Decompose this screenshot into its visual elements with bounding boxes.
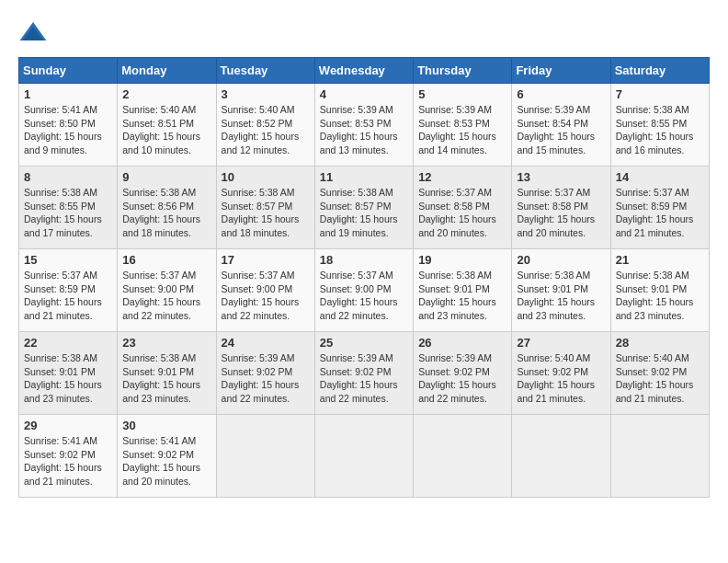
day-cell [314, 415, 413, 498]
day-info: Sunrise: 5:39 AM Sunset: 8:53 PM Dayligh… [320, 103, 408, 157]
day-number: 5 [418, 87, 506, 101]
day-info: Sunrise: 5:39 AM Sunset: 9:02 PM Dayligh… [320, 351, 408, 406]
day-info: Sunrise: 5:38 AM Sunset: 9:01 PM Dayligh… [616, 269, 704, 323]
calendar-table: SundayMondayTuesdayWednesdayThursdayFrid… [18, 57, 710, 498]
day-cell: 21 Sunrise: 5:38 AM Sunset: 9:01 PM Dayl… [610, 249, 709, 332]
day-info: Sunrise: 5:38 AM Sunset: 9:01 PM Dayligh… [517, 269, 605, 323]
day-cell: 16 Sunrise: 5:37 AM Sunset: 9:00 PM Dayl… [118, 249, 216, 332]
day-cell: 28 Sunrise: 5:40 AM Sunset: 9:02 PM Dayl… [610, 332, 709, 415]
day-cell: 30 Sunrise: 5:41 AM Sunset: 9:02 PM Dayl… [118, 415, 216, 498]
day-cell: 12 Sunrise: 5:37 AM Sunset: 8:58 PM Dayl… [414, 167, 512, 249]
day-info: Sunrise: 5:38 AM Sunset: 8:55 PM Dayligh… [616, 103, 704, 157]
day-cell: 17 Sunrise: 5:37 AM Sunset: 9:00 PM Dayl… [216, 249, 314, 332]
header-sunday: Sunday [19, 58, 118, 84]
logo [18, 18, 51, 48]
day-info: Sunrise: 5:40 AM Sunset: 8:52 PM Dayligh… [222, 103, 310, 157]
header-tuesday: Tuesday [216, 58, 314, 84]
week-row-5: 29 Sunrise: 5:41 AM Sunset: 9:02 PM Dayl… [19, 415, 710, 498]
day-cell: 14 Sunrise: 5:37 AM Sunset: 8:59 PM Dayl… [610, 167, 709, 249]
week-row-2: 8 Sunrise: 5:38 AM Sunset: 8:55 PM Dayli… [19, 167, 710, 249]
day-cell [610, 415, 709, 498]
day-info: Sunrise: 5:38 AM Sunset: 8:56 PM Dayligh… [122, 186, 210, 240]
day-number: 17 [222, 253, 310, 267]
day-number: 6 [517, 87, 605, 101]
day-number: 14 [616, 170, 704, 184]
header [18, 18, 710, 48]
day-cell: 8 Sunrise: 5:38 AM Sunset: 8:55 PM Dayli… [19, 167, 118, 249]
day-cell [414, 415, 512, 498]
day-info: Sunrise: 5:37 AM Sunset: 9:00 PM Dayligh… [320, 269, 408, 323]
day-info: Sunrise: 5:37 AM Sunset: 8:58 PM Dayligh… [418, 186, 506, 240]
day-cell: 2 Sunrise: 5:40 AM Sunset: 8:51 PM Dayli… [118, 84, 216, 167]
day-cell: 24 Sunrise: 5:39 AM Sunset: 9:02 PM Dayl… [216, 332, 314, 415]
day-cell: 26 Sunrise: 5:39 AM Sunset: 9:02 PM Dayl… [414, 332, 512, 415]
day-number: 24 [222, 336, 310, 350]
day-number: 1 [24, 87, 112, 101]
day-number: 12 [418, 170, 506, 184]
day-number: 15 [24, 253, 112, 267]
day-number: 3 [222, 87, 310, 101]
week-row-3: 15 Sunrise: 5:37 AM Sunset: 8:59 PM Dayl… [19, 249, 710, 332]
day-info: Sunrise: 5:38 AM Sunset: 9:01 PM Dayligh… [24, 351, 112, 406]
day-cell: 4 Sunrise: 5:39 AM Sunset: 8:53 PM Dayli… [314, 84, 413, 167]
day-info: Sunrise: 5:40 AM Sunset: 9:02 PM Dayligh… [616, 351, 704, 406]
day-info: Sunrise: 5:37 AM Sunset: 9:00 PM Dayligh… [222, 269, 310, 323]
day-cell [512, 415, 610, 498]
day-cell: 6 Sunrise: 5:39 AM Sunset: 8:54 PM Dayli… [512, 84, 610, 167]
day-number: 7 [616, 87, 704, 101]
day-info: Sunrise: 5:38 AM Sunset: 9:01 PM Dayligh… [418, 269, 506, 323]
day-number: 19 [418, 253, 506, 267]
day-cell: 10 Sunrise: 5:38 AM Sunset: 8:57 PM Dayl… [216, 167, 314, 249]
day-cell: 7 Sunrise: 5:38 AM Sunset: 8:55 PM Dayli… [610, 84, 709, 167]
day-info: Sunrise: 5:37 AM Sunset: 8:58 PM Dayligh… [517, 186, 605, 240]
day-number: 4 [320, 87, 408, 101]
day-number: 2 [122, 87, 210, 101]
day-info: Sunrise: 5:39 AM Sunset: 9:02 PM Dayligh… [418, 351, 506, 406]
day-cell: 15 Sunrise: 5:37 AM Sunset: 8:59 PM Dayl… [19, 249, 118, 332]
day-info: Sunrise: 5:37 AM Sunset: 8:59 PM Dayligh… [616, 186, 704, 240]
day-number: 11 [320, 170, 408, 184]
header-wednesday: Wednesday [314, 58, 413, 84]
day-info: Sunrise: 5:39 AM Sunset: 8:53 PM Dayligh… [418, 103, 506, 157]
day-cell: 20 Sunrise: 5:38 AM Sunset: 9:01 PM Dayl… [512, 249, 610, 332]
day-number: 28 [616, 336, 704, 350]
day-number: 18 [320, 253, 408, 267]
header-saturday: Saturday [610, 58, 709, 84]
day-number: 21 [616, 253, 704, 267]
week-row-4: 22 Sunrise: 5:38 AM Sunset: 9:01 PM Dayl… [19, 332, 710, 415]
day-cell: 18 Sunrise: 5:37 AM Sunset: 9:00 PM Dayl… [314, 249, 413, 332]
day-cell: 25 Sunrise: 5:39 AM Sunset: 9:02 PM Dayl… [314, 332, 413, 415]
day-number: 9 [122, 170, 210, 184]
day-info: Sunrise: 5:38 AM Sunset: 8:57 PM Dayligh… [320, 186, 408, 240]
day-cell: 29 Sunrise: 5:41 AM Sunset: 9:02 PM Dayl… [19, 415, 118, 498]
day-cell: 23 Sunrise: 5:38 AM Sunset: 9:01 PM Dayl… [118, 332, 216, 415]
day-info: Sunrise: 5:40 AM Sunset: 8:51 PM Dayligh… [122, 103, 210, 157]
day-cell: 13 Sunrise: 5:37 AM Sunset: 8:58 PM Dayl… [512, 167, 610, 249]
day-number: 13 [517, 170, 605, 184]
day-cell: 9 Sunrise: 5:38 AM Sunset: 8:56 PM Dayli… [118, 167, 216, 249]
day-info: Sunrise: 5:38 AM Sunset: 8:57 PM Dayligh… [222, 186, 310, 240]
day-info: Sunrise: 5:37 AM Sunset: 9:00 PM Dayligh… [122, 269, 210, 323]
day-cell [216, 415, 314, 498]
day-info: Sunrise: 5:41 AM Sunset: 9:02 PM Dayligh… [24, 434, 112, 488]
day-number: 25 [320, 336, 408, 350]
day-cell: 11 Sunrise: 5:38 AM Sunset: 8:57 PM Dayl… [314, 167, 413, 249]
header-monday: Monday [118, 58, 216, 84]
day-number: 10 [222, 170, 310, 184]
day-cell: 27 Sunrise: 5:40 AM Sunset: 9:02 PM Dayl… [512, 332, 610, 415]
day-info: Sunrise: 5:41 AM Sunset: 8:50 PM Dayligh… [24, 103, 112, 157]
header-thursday: Thursday [414, 58, 512, 84]
day-info: Sunrise: 5:38 AM Sunset: 9:01 PM Dayligh… [122, 351, 210, 406]
day-info: Sunrise: 5:39 AM Sunset: 8:54 PM Dayligh… [517, 103, 605, 157]
day-cell: 5 Sunrise: 5:39 AM Sunset: 8:53 PM Dayli… [414, 84, 512, 167]
day-info: Sunrise: 5:38 AM Sunset: 8:55 PM Dayligh… [24, 186, 112, 240]
logo-icon [18, 18, 48, 48]
day-cell: 22 Sunrise: 5:38 AM Sunset: 9:01 PM Dayl… [19, 332, 118, 415]
day-number: 27 [517, 336, 605, 350]
day-number: 26 [418, 336, 506, 350]
day-number: 20 [517, 253, 605, 267]
day-info: Sunrise: 5:40 AM Sunset: 9:02 PM Dayligh… [517, 351, 605, 406]
day-cell: 1 Sunrise: 5:41 AM Sunset: 8:50 PM Dayli… [19, 84, 118, 167]
day-number: 22 [24, 336, 112, 350]
day-info: Sunrise: 5:39 AM Sunset: 9:02 PM Dayligh… [222, 351, 310, 406]
